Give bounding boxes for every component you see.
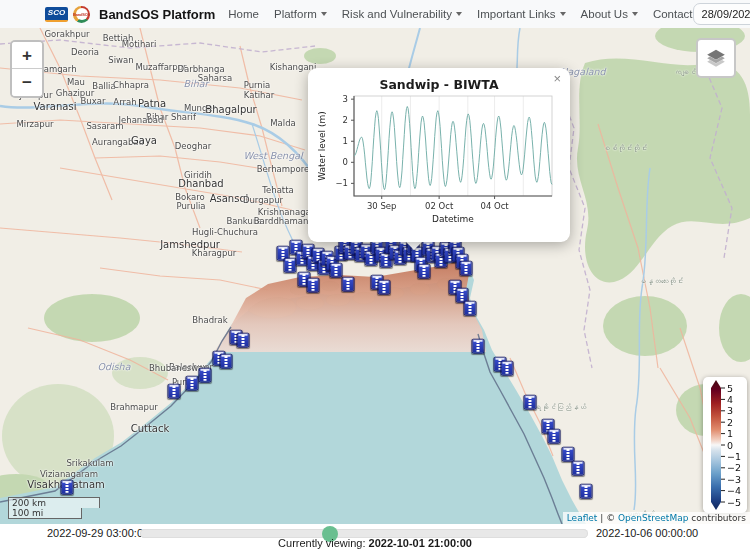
navbar: SCO BandSOS BandSOS Platform HomePlatfor…	[0, 0, 750, 28]
station-marker[interactable]	[186, 376, 199, 391]
station-marker[interactable]	[237, 333, 250, 348]
map-label: Barddhaman	[254, 216, 309, 226]
map-label: Motihari	[122, 39, 157, 49]
map-label: Srikakulam	[66, 458, 113, 468]
currently-viewing-value: 2022-10-01 21:00:00	[369, 537, 472, 549]
nav-item-risk-and-vulnerability[interactable]: Risk and Vulnerability	[342, 8, 462, 20]
zoom-control: + −	[10, 40, 44, 98]
station-marker[interactable]	[168, 384, 181, 399]
bandsos-logo[interactable]: BandSOS	[73, 6, 90, 23]
station-marker[interactable]	[199, 368, 212, 383]
scale-km-label: 200 km	[8, 497, 100, 508]
nav-item-about-us[interactable]: About Us	[581, 8, 638, 20]
station-marker[interactable]	[307, 278, 320, 293]
map-label: Cuttack	[131, 423, 170, 434]
station-marker[interactable]	[562, 447, 575, 462]
svg-text:02 Oct: 02 Oct	[425, 201, 454, 211]
svg-text:04 Oct: 04 Oct	[480, 201, 509, 211]
svg-text:30 Sep: 30 Sep	[367, 201, 397, 211]
svg-text:−1: −1	[727, 451, 741, 462]
map-label: West Bengal	[243, 150, 302, 161]
svg-text:3: 3	[727, 405, 733, 416]
zoom-in-button[interactable]: +	[12, 42, 42, 69]
svg-text:−4: −4	[727, 485, 741, 496]
map-label: Berhampore	[257, 164, 309, 174]
svg-text:0: 0	[727, 440, 733, 451]
layers-control[interactable]	[696, 38, 736, 78]
map-label: Bhadrak	[192, 315, 227, 325]
zoom-out-button[interactable]: −	[12, 69, 42, 96]
map-label: Katihar	[244, 90, 274, 100]
date-value: 28/09/2023	[702, 8, 750, 20]
colorbar: 543210−1−2−3−4−5	[705, 378, 745, 512]
forecast-date-input[interactable]: 28/09/2023	[693, 3, 750, 25]
svg-text:4: 4	[727, 394, 733, 405]
station-marker[interactable]	[501, 361, 514, 376]
leaflet-link[interactable]: Leaflet	[567, 513, 598, 523]
station-marker[interactable]	[524, 395, 537, 410]
layers-icon	[705, 47, 727, 69]
svg-text:−2: −2	[727, 462, 741, 473]
map-label: Patna	[138, 98, 166, 109]
map[interactable]: GorakhpurBettiahMotihariDeoriaSiwanMuzaf…	[0, 28, 750, 524]
station-marker[interactable]	[464, 301, 477, 316]
map-label: Chhapra	[113, 80, 149, 90]
map-label: Mau	[67, 77, 85, 87]
station-marker[interactable]	[330, 263, 343, 278]
svg-text:2: 2	[343, 115, 348, 125]
map-label: Vizianagaram	[40, 469, 98, 479]
timeline-bar: 2022-09-29 03:00:00 2022-10-06 00:00:00 …	[0, 524, 750, 550]
scale-mi-label: 100 mi	[8, 508, 82, 519]
nav-item-contact[interactable]: Contact	[653, 8, 693, 20]
station-popup: × Sandwip - BIWTA 3210−130 Sep02 Oct04 O…	[308, 68, 570, 242]
station-marker[interactable]	[342, 277, 355, 292]
station-marker[interactable]	[460, 261, 473, 276]
station-marker[interactable]	[472, 339, 485, 354]
currently-viewing-prefix: Currently viewing:	[278, 537, 368, 549]
svg-text:−3: −3	[727, 474, 741, 485]
svg-text:5: 5	[727, 383, 733, 394]
svg-text:−1: −1	[335, 178, 348, 188]
map-label: Hugli-Chuchura	[192, 227, 258, 237]
navbar-right: 28/09/2023 00Z	[693, 3, 750, 25]
nav-item-platform[interactable]: Platform	[274, 8, 327, 20]
station-marker[interactable]	[61, 480, 74, 495]
svg-text:3: 3	[343, 94, 348, 104]
chevron-down-icon	[632, 12, 638, 16]
station-marker[interactable]	[220, 354, 233, 369]
water-level-chart: 3210−130 Sep02 Oct04 OctDatetimeWater le…	[316, 92, 562, 238]
map-label: Kharagpur	[192, 248, 237, 258]
colorbar-legend: 543210−1−2−3−4−5	[703, 377, 747, 513]
map-label: မန္တလေးတိုင်း	[639, 277, 684, 286]
main-menu: HomePlatformRisk and VulnerabilityImport…	[228, 8, 692, 20]
svg-text:Water level (m): Water level (m)	[317, 111, 327, 181]
nav-item-important-links[interactable]: Important Links	[477, 8, 566, 20]
currently-viewing: Currently viewing: 2022-10-01 21:00:00	[0, 537, 750, 549]
station-marker[interactable]	[418, 264, 431, 279]
map-label: Mirzapur	[16, 119, 53, 129]
close-icon[interactable]: ×	[553, 72, 561, 85]
map-label: Brahmapur	[110, 402, 158, 412]
svg-text:Datetime: Datetime	[432, 214, 474, 224]
nav-item-home[interactable]: Home	[228, 8, 259, 20]
map-label: Bihar	[184, 78, 209, 89]
map-label: ရခိုင်ပြည်နယ်	[534, 403, 587, 412]
map-label: Buxar	[81, 96, 106, 106]
scale-control: 200 km 100 mi	[8, 497, 100, 519]
map-label: Durgapur	[243, 195, 283, 205]
station-marker[interactable]	[548, 429, 561, 444]
station-marker[interactable]	[580, 484, 593, 499]
bandsos-logo-text: BandSOS	[76, 8, 88, 20]
sco-logo[interactable]: SCO	[45, 7, 68, 22]
svg-text:1: 1	[727, 428, 733, 439]
station-marker[interactable]	[378, 280, 391, 295]
svg-text:0: 0	[343, 157, 348, 167]
map-label: Purnia	[244, 80, 271, 90]
station-marker[interactable]	[572, 461, 585, 476]
map-label: Gaya	[131, 135, 157, 146]
map-label: Siwan	[108, 55, 133, 65]
brand-title: BandSOS Platform	[99, 7, 215, 22]
attribution-separator: | ©	[597, 513, 618, 523]
brand-group: SCO BandSOS BandSOS Platform	[45, 6, 215, 23]
osm-link[interactable]: OpenStreetMap	[618, 513, 688, 523]
